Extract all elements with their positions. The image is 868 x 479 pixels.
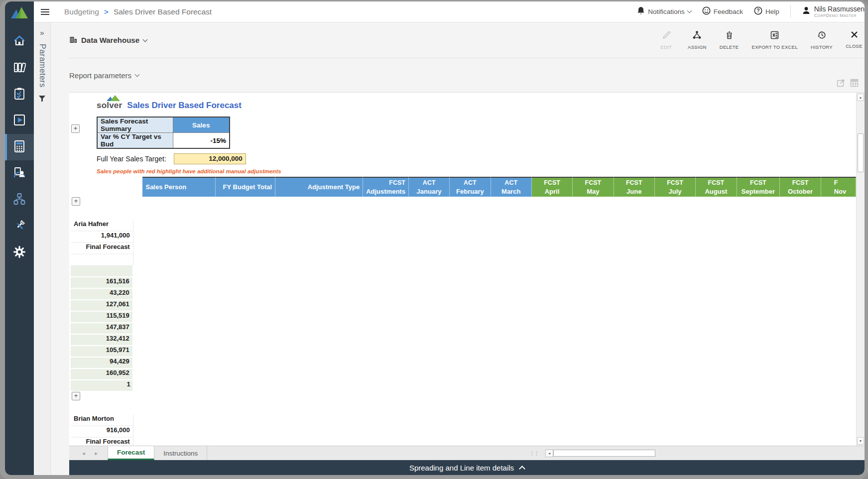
month-value-cell[interactable]: 105,971 <box>71 346 133 358</box>
parameters-label[interactable]: Parameters <box>38 44 47 88</box>
month-value-cell[interactable]: 115,519 <box>71 312 133 323</box>
month-value-cell[interactable]: 132,412 <box>71 335 133 346</box>
library-icon <box>13 61 26 76</box>
sidebar-item-budgeting[interactable] <box>5 134 34 160</box>
breadcrumb-separator: > <box>104 7 109 16</box>
summary-row-label: Var % CY Target vs Bud <box>97 133 173 149</box>
month-value-cell[interactable]: 94,429 <box>71 358 133 369</box>
solver-logo-icon <box>10 5 29 21</box>
spreadsheet: solver Sales Driver Based Forecast Sales… <box>69 93 856 446</box>
filter-funnel-icon <box>38 95 46 104</box>
delete-button[interactable]: DELETE <box>720 30 739 50</box>
export-to-excel-button[interactable]: EXPORT TO EXCEL <box>752 30 798 50</box>
row-gutter: + <box>71 197 133 209</box>
month-value-cell[interactable]: 161,516 <box>71 277 133 289</box>
user-role: CorpDemo Master <box>814 13 865 18</box>
scroll-up-button[interactable]: ▴ <box>857 94 864 101</box>
column-header-fy-budget-total: FY Budget Total <box>216 177 275 197</box>
bell-icon <box>637 6 645 16</box>
column-header-february: ACTFebruary <box>450 177 491 197</box>
data-warehouse-dropdown[interactable]: Data Warehouse <box>69 35 147 45</box>
month-value-cell[interactable] <box>71 266 133 277</box>
popout-edit-icon[interactable] <box>837 79 845 89</box>
sheet-area: solver Sales Driver Based Forecast Sales… <box>69 92 865 446</box>
tab-instructions[interactable]: Instructions <box>154 446 207 460</box>
tab-forecast[interactable]: Forecast <box>108 446 154 460</box>
report-parameters-row: Report parameters <box>69 58 865 92</box>
sidebar-item-process[interactable] <box>5 187 34 213</box>
fy-budget-cell[interactable]: 916,000 <box>71 426 133 438</box>
report-parameters-dropdown[interactable]: Report parameters <box>69 71 139 80</box>
sidebar-item-settings[interactable] <box>5 240 34 266</box>
smiley-icon <box>702 6 711 16</box>
summary-row-value[interactable]: -15% <box>173 133 230 149</box>
vertical-scroll-thumb[interactable] <box>858 133 864 172</box>
fcst-adjustments-cell[interactable] <box>71 254 133 266</box>
details-bar[interactable]: Spreading and Line item details <box>69 460 865 475</box>
adjustment-type-cell[interactable]: Final Forecast <box>71 243 133 254</box>
history-button[interactable]: HISTORY <box>811 30 833 50</box>
topbar: Budgeting > Sales Driver Based Forecast … <box>34 1 865 22</box>
sheet-corner-icons <box>837 79 859 89</box>
tab-forward-arrow[interactable]: ▸ <box>95 450 98 457</box>
sales-target-input[interactable]: 12,000,000 <box>174 153 246 164</box>
summary-expander[interactable]: + <box>71 124 80 133</box>
month-value-cell[interactable]: 1 <box>71 380 133 392</box>
feedback-label: Feedback <box>714 8 743 15</box>
excel-icon <box>770 30 779 42</box>
month-value-cell[interactable]: 43,220 <box>71 289 133 300</box>
column-header-sales-person: Sales Person <box>142 177 215 197</box>
scroll-down-button[interactable]: ▾ <box>857 437 864 445</box>
tools-icon <box>13 219 26 234</box>
sales-person-cell[interactable]: Brian Morton <box>71 415 133 426</box>
menu-icon[interactable] <box>41 9 49 15</box>
assign-icon <box>692 30 702 42</box>
expand-row-button[interactable]: + <box>72 197 80 206</box>
solver-wordmark: solver <box>97 101 122 111</box>
user-menu[interactable]: Nils Rasmussen CorpDemo Master <box>802 5 865 18</box>
column-header-october: FCSTOctober <box>780 177 821 197</box>
expand-panel-icon[interactable]: » <box>40 28 44 37</box>
close-button[interactable]: CLOSE <box>846 30 863 49</box>
sidebar-item-library[interactable] <box>5 55 34 81</box>
notifications-button[interactable]: Notifications <box>637 6 691 16</box>
user-avatar-icon <box>802 6 811 17</box>
column-header-september: FCSTSeptember <box>737 177 780 197</box>
fy-budget-cell[interactable]: 1,941,000 <box>71 232 133 243</box>
sidebar <box>5 1 34 475</box>
expand-row-button[interactable]: + <box>72 392 80 400</box>
month-value-cell[interactable]: 160,952 <box>71 369 133 380</box>
data-warehouse-label: Data Warehouse <box>81 36 139 44</box>
vertical-scrollbar[interactable]: ▴ ▾ <box>856 93 865 446</box>
grid-view-icon[interactable] <box>850 79 859 89</box>
sheet-tabs-bar: ◂ ▸ Forecast Instructions ⋮⋮ ◂ <box>69 446 865 460</box>
summary-header-sales: Sales <box>173 117 230 133</box>
month-value-cell[interactable]: 127,061 <box>71 300 133 312</box>
report-title: Sales Driver Based Forecast <box>127 101 242 111</box>
horizontal-scroll-track[interactable] <box>655 450 865 457</box>
feedback-button[interactable]: Feedback <box>702 6 743 16</box>
help-label: Help <box>765 8 779 15</box>
help-button[interactable]: ? Help <box>754 6 779 16</box>
sidebar-item-administration[interactable] <box>5 213 34 240</box>
sidebar-item-home[interactable] <box>5 28 34 55</box>
scroll-left-button[interactable]: ◂ <box>545 450 553 457</box>
horizontal-scroll-thumb[interactable] <box>553 450 655 457</box>
workspace: Data Warehouse EDIT ASSIGN <box>51 22 865 475</box>
scrollbar-drag-handle[interactable]: ⋮⋮ <box>529 450 538 457</box>
assign-button[interactable]: ASSIGN <box>688 30 707 50</box>
breadcrumb-budgeting[interactable]: Budgeting <box>64 7 99 16</box>
sidebar-item-tasks[interactable] <box>5 81 34 108</box>
main-column: Budgeting > Sales Driver Based Forecast … <box>34 1 865 475</box>
month-value-cell[interactable]: 147,837 <box>71 323 133 335</box>
sales-person-cell[interactable]: Aria Hafner <box>71 220 133 232</box>
topbar-divider <box>790 5 791 18</box>
edit-button[interactable]: EDIT <box>658 30 675 50</box>
sales-forecast-summary-table: Sales Forecast Summary Sales Var % CY Ta… <box>97 117 230 149</box>
tab-back-arrow[interactable]: ◂ <box>82 450 85 457</box>
chevron-down-icon <box>687 8 692 13</box>
horizontal-scrollbar[interactable]: ⋮⋮ ◂ <box>529 446 865 460</box>
sidebar-item-collaboration[interactable] <box>5 160 34 187</box>
sidebar-item-reporting[interactable] <box>5 108 34 134</box>
adjustment-type-cell[interactable]: Final Forecast <box>71 438 133 446</box>
